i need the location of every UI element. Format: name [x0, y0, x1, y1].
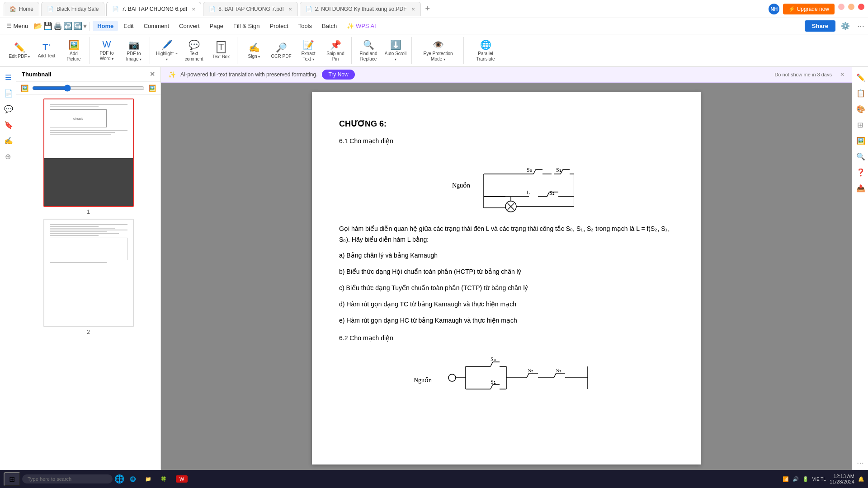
parallel-translate-button[interactable]: 🌐 Parallel Translate: [467, 38, 504, 63]
tab-noidung[interactable]: 📄 2. NOI DUNGG Ky thuat xung so.PDF ✕: [300, 2, 421, 16]
minimize-button[interactable]: [838, 4, 844, 10]
pdf-to-image-button[interactable]: 📷 PDF to Image ▾: [121, 38, 147, 63]
tab-noidung-close[interactable]: ✕: [411, 7, 415, 12]
taskbar: ⊞ 🌐 🌐 📁 🍀 W 📶 🔊 🔋 VIE TL 12:13 AM 11/28/…: [0, 470, 868, 488]
right-table-icon[interactable]: ⊞: [854, 118, 867, 132]
menu-print-icon[interactable]: 🖨️: [53, 22, 62, 30]
right-sidebar: ✏️ 📋 🎨 ⊞ 🖼️ 🔍 ❓ 📤 ⋯: [852, 67, 868, 474]
comment-icon[interactable]: 💬: [1, 102, 15, 116]
taskbar-volume-icon[interactable]: 🔊: [793, 476, 799, 482]
taskbar-notification-icon[interactable]: 🔔: [858, 476, 864, 482]
thumbnail-page-1[interactable]: circuit 1: [20, 99, 157, 215]
taskbar-explorer[interactable]: 📁: [142, 475, 155, 483]
menu-more-icon[interactable]: ▾: [83, 22, 87, 30]
snip-pin-icon: 📌: [330, 39, 341, 50]
ocr-pdf-button[interactable]: 🔎 OCR PDF: [268, 38, 294, 63]
menu-batch[interactable]: Batch: [317, 21, 341, 31]
text-box-icon: T: [217, 41, 226, 53]
menu-undo-icon[interactable]: ↩️: [63, 22, 72, 30]
add-text-button[interactable]: T+ Add Text: [33, 38, 60, 63]
thumb-large-icon[interactable]: 🖼️: [148, 84, 156, 92]
thumbnail-toggle-icon[interactable]: ☰: [1, 70, 15, 84]
right-help-icon[interactable]: ❓: [854, 165, 867, 179]
menu-protect[interactable]: Protect: [265, 21, 292, 31]
svg-point-33: [448, 374, 456, 381]
right-edit-icon[interactable]: ✏️: [854, 70, 867, 84]
snip-pin-button[interactable]: 📌 Snip and Pin: [322, 38, 349, 63]
layers-icon[interactable]: ⊕: [1, 150, 15, 164]
pdf-to-word-button[interactable]: W PDF to Word ▾: [94, 38, 120, 63]
tab-black-friday[interactable]: 📄 Black Friday Sale: [41, 2, 104, 16]
sign-button[interactable]: ✍️ Sign ▾: [241, 38, 267, 63]
menu-menu[interactable]: ☰ Menu: [2, 21, 33, 31]
taskbar-chrome[interactable]: 🌐: [126, 475, 140, 483]
thumbnail-close-button[interactable]: ✕: [150, 70, 155, 78]
menu-save-icon[interactable]: 💾: [43, 22, 52, 30]
try-now-button[interactable]: Try Now: [322, 70, 354, 80]
menu-convert[interactable]: Convert: [175, 21, 204, 31]
tab-home[interactable]: 🏠 Home: [4, 2, 39, 16]
thumbnail-page-2[interactable]: 2: [20, 219, 157, 335]
svg-text:S₃: S₃: [556, 367, 561, 374]
menu-open-icon[interactable]: 📂: [33, 22, 42, 30]
more-options-icon[interactable]: ⋯: [855, 20, 866, 32]
new-tab-button[interactable]: +: [423, 4, 433, 14]
upgrade-button[interactable]: ⚡ Upgrade now: [783, 4, 835, 14]
auto-scroll-button[interactable]: ⬇️ Auto Scroll ▾: [382, 38, 409, 63]
thumbnail-size-slider[interactable]: [32, 84, 145, 92]
find-replace-button[interactable]: 🔍 Find and Replace: [355, 38, 382, 63]
settings-icon[interactable]: ⚙️: [839, 20, 852, 32]
maximize-button[interactable]: [848, 4, 854, 10]
bookmark-icon[interactable]: 🔖: [1, 118, 15, 132]
menu-tools[interactable]: Tools: [294, 21, 316, 31]
title-bar: 🏠 Home 📄 Black Friday Sale 📄 7. BAI TAP …: [0, 0, 868, 18]
thumbnail-page-2-num: 2: [87, 329, 90, 335]
menu-edit[interactable]: Edit: [119, 21, 138, 31]
text-comment-button[interactable]: 💬 Text comment: [181, 38, 207, 63]
right-export-icon[interactable]: 📤: [854, 181, 867, 195]
thumb-small-icon[interactable]: 🖼️: [21, 84, 28, 92]
add-picture-button[interactable]: 🖼️ Add Picture: [61, 38, 87, 63]
close-button[interactable]: [858, 4, 864, 10]
dismiss-notification-link[interactable]: Do not show me in 3 days: [774, 72, 832, 77]
thumbnail-pages: circuit 1: [16, 95, 160, 474]
start-button[interactable]: ⊞: [4, 472, 20, 486]
tab-chap7[interactable]: 📄 8. BAI TAP CHUONG 7.pdf ✕: [203, 2, 298, 16]
right-color-icon[interactable]: 🎨: [854, 102, 867, 116]
window-controls: NH ⚡ Upgrade now: [769, 4, 864, 14]
toolbar-group-convert: W PDF to Word ▾ 📷 PDF to Image ▾: [91, 37, 150, 64]
signature-icon[interactable]: ✍️: [1, 134, 15, 148]
menu-page[interactable]: Page: [205, 21, 228, 31]
right-review-icon[interactable]: 📋: [854, 86, 867, 100]
menu-comment[interactable]: Comment: [139, 21, 174, 31]
highlight-button[interactable]: 🖊️ Highlight ~ ▾: [154, 38, 180, 63]
right-search-icon[interactable]: 🔍: [854, 150, 867, 164]
menu-redo-icon[interactable]: ↪️: [73, 22, 82, 30]
share-button[interactable]: Share: [805, 20, 835, 32]
thumbnail-page-2-image: [43, 219, 134, 327]
taskbar-wifi-icon[interactable]: 📶: [783, 476, 789, 482]
right-image-icon[interactable]: 🖼️: [854, 134, 867, 148]
eye-protection-button[interactable]: 👁️ Eye Protection Mode ▾: [415, 38, 461, 63]
edit-pdf-icon: ✏️: [14, 42, 25, 53]
pdf-viewer: CHƯƠNG 6: 6.1 Cho mạch điện Nguồn: [161, 83, 852, 474]
notification-close-icon[interactable]: ✕: [840, 71, 844, 78]
cortana-icon[interactable]: 🌐: [114, 474, 124, 484]
tab-chap7-close[interactable]: ✕: [288, 7, 292, 12]
tab-chap6-close[interactable]: ✕: [192, 7, 195, 12]
edit-pdf-button[interactable]: ✏️ Edit PDF ▾: [6, 38, 33, 63]
taskbar-battery-icon[interactable]: 🔋: [802, 476, 809, 482]
menu-wps-ai[interactable]: ✨ WPS AI: [342, 21, 380, 31]
menu-home[interactable]: Home: [93, 21, 118, 31]
taskbar-search-input[interactable]: [22, 474, 113, 483]
taskbar-wps[interactable]: W: [172, 474, 191, 484]
text-box-button[interactable]: T Text Box: [208, 38, 234, 63]
svg-text:S₀: S₀: [527, 167, 532, 173]
taskbar-lang: VIE TL: [812, 477, 826, 482]
taskbar-app3[interactable]: 🍀: [157, 475, 170, 483]
menu-fill-sign[interactable]: Fill & Sign: [229, 21, 264, 31]
extract-text-button[interactable]: 📝 Extract Text ▾: [295, 38, 321, 63]
toolbar-group-translate: 🌐 Parallel Translate: [465, 37, 506, 64]
page-icon[interactable]: 📄: [1, 86, 15, 100]
tab-chap6[interactable]: 📄 7. BAI TAP CHUONG 6.pdf ✕: [106, 2, 201, 16]
